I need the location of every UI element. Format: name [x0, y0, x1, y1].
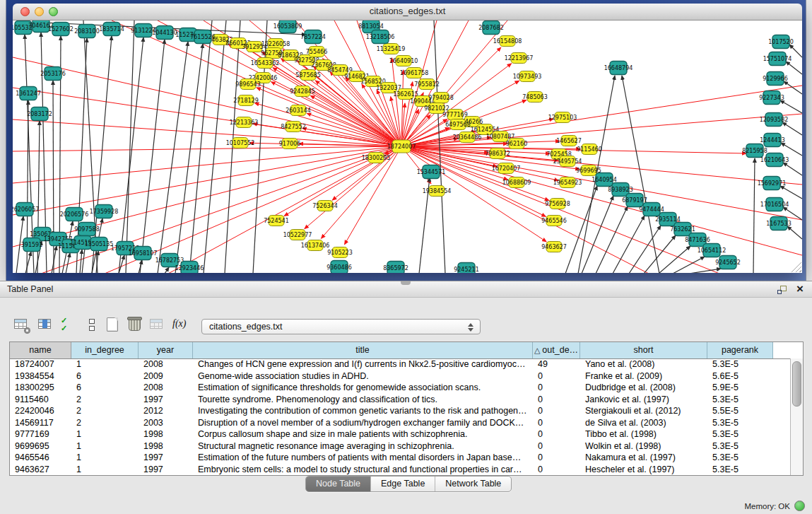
graph-node-teal[interactable]: 15692971	[758, 177, 787, 190]
table-row[interactable]: 946554611997Estimation of the future num…	[10, 452, 791, 464]
table-row[interactable]: 1872400712008Changes of HCN gene express…	[10, 358, 791, 370]
graph-node-teal[interactable]: 2083100	[74, 25, 100, 38]
graph-node-yellow[interactable]: 7986372	[485, 148, 510, 159]
citation-edge-red[interactable]	[401, 146, 802, 255]
graph-node-yellow[interactable]: 9463627	[541, 242, 567, 252]
graph-node-yellow[interactable]: 1465627	[556, 136, 582, 146]
float-panel-icon[interactable]	[777, 286, 787, 294]
close-window-button[interactable]	[20, 7, 30, 16]
network-canvas[interactable]: 1872400774638228660123391295415226058962…	[13, 21, 802, 273]
column-header-year[interactable]: year	[139, 342, 193, 358]
graph-node-teal[interactable]: 1167533	[766, 217, 792, 230]
graph-node-teal[interactable]: 8365972	[383, 262, 408, 274]
citation-edge-black[interactable]	[622, 76, 659, 273]
citation-edge-black[interactable]	[175, 44, 203, 273]
table-row[interactable]: 911546021997Tourette syndrome. Phenomeno…	[10, 394, 791, 406]
citation-edge-black[interactable]	[25, 252, 31, 273]
graph-node-teal[interactable]: 2087682	[478, 21, 504, 35]
new-document-icon[interactable]	[103, 317, 122, 334]
graph-node-teal[interactable]: 26206057	[13, 203, 39, 216]
graph-node-yellow[interactable]: 9105223	[327, 247, 353, 258]
window-titlebar[interactable]: citations_edges.txt	[13, 4, 802, 21]
column-header-in_degree[interactable]: in_degree	[71, 342, 139, 358]
graph-node-yellow[interactable]: 9756928	[545, 199, 570, 209]
graph-node-yellow[interactable]: 10522977	[283, 230, 312, 240]
column-header-short[interactable]: short	[580, 342, 707, 358]
citation-edge-black[interactable]	[119, 37, 143, 273]
citation-edge-black[interactable]	[613, 216, 645, 273]
minimize-window-button[interactable]	[35, 7, 44, 16]
scrollbar-thumb[interactable]	[792, 361, 801, 407]
graph-node-teal[interactable]: 9360486	[326, 261, 352, 274]
graph-node-teal[interactable]: 1244413	[760, 134, 785, 147]
citation-edge-black[interactable]	[787, 226, 802, 239]
graph-node-yellow[interactable]: 962160	[506, 139, 528, 149]
graph-node-yellow[interactable]: 16640910	[389, 56, 418, 66]
graph-node-yellow[interactable]: 10107552	[226, 138, 255, 148]
citation-edge-black[interactable]	[596, 206, 628, 273]
graph-node-yellow[interactable]: 16961758	[400, 68, 429, 78]
column-header-out_de[interactable]: △out_de…	[533, 342, 580, 358]
graph-node-yellow[interactable]: 16137406	[301, 240, 330, 251]
graph-node-teal[interactable]: 9245211	[454, 263, 479, 274]
graph-node-teal[interactable]: 7857224	[300, 30, 326, 44]
tab-node-table[interactable]: Node Table	[306, 477, 371, 491]
fx-icon[interactable]: f(x)	[172, 318, 191, 335]
import-table-icon[interactable]	[148, 317, 167, 334]
table-row[interactable]: 2242004622012Investigating the contribut…	[10, 405, 791, 417]
close-panel-icon[interactable]: ×	[796, 282, 804, 296]
graph-node-teal[interactable]: 16210643	[760, 153, 789, 167]
graph-node-teal[interactable]: 16648794	[604, 62, 633, 75]
graph-node-teal[interactable]: 20206576	[60, 208, 89, 221]
citation-edge-black[interactable]	[753, 158, 755, 273]
graph-node-yellow[interactable]: 2718129	[233, 95, 259, 106]
table-row[interactable]: 977716911998Corpus callosum shape and si…	[10, 428, 791, 440]
graph-node-teal[interactable]: 2083172	[27, 107, 52, 121]
graph-node-yellow[interactable]: 10973493	[513, 71, 542, 82]
citation-edge-black[interactable]	[629, 226, 661, 273]
graph-node-teal[interactable]: 12093582	[760, 113, 789, 127]
graph-node-teal[interactable]: 15751074	[763, 52, 792, 66]
graph-node-teal[interactable]: 9245652	[715, 256, 741, 269]
graph-node-teal[interactable]: 1017520	[768, 35, 794, 49]
citation-edge-black[interactable]	[782, 122, 802, 135]
graph-node-yellow[interactable]: 7524541	[264, 216, 289, 226]
table-scrollbar[interactable]	[790, 358, 803, 475]
table-row[interactable]: 1830029562008Estimation of significance …	[10, 382, 791, 394]
graph-node-yellow[interactable]: 12975103	[548, 112, 577, 123]
citation-edge-red[interactable]	[13, 146, 401, 151]
citation-edge-black[interactable]	[165, 267, 169, 273]
citation-edge-black[interactable]	[783, 163, 802, 175]
graph-node-teal[interactable]: 8215958	[742, 144, 767, 158]
graph-node-yellow[interactable]: 7485063	[522, 92, 548, 103]
citation-edge-black[interactable]	[780, 186, 802, 199]
citation-edge-black[interactable]	[781, 143, 802, 156]
citation-edge-black[interactable]	[204, 21, 226, 273]
citation-edge-black[interactable]	[80, 250, 82, 273]
graph-node-yellow[interactable]: 8427552	[281, 122, 306, 132]
graph-node-yellow[interactable]: 9242845	[290, 86, 315, 97]
graph-node-yellow[interactable]: 2603144	[286, 105, 311, 116]
table-settings-icon[interactable]	[13, 317, 31, 334]
citation-edge-black[interactable]	[66, 253, 70, 273]
citation-edge-black[interactable]	[140, 40, 165, 273]
citation-edge-red[interactable]	[13, 146, 401, 183]
graph-node-yellow[interactable]: 9115460	[577, 144, 602, 155]
graph-node-yellow[interactable]: 755466	[306, 47, 328, 57]
table-select[interactable]: citations_edges.txt	[201, 319, 481, 334]
graph-node-yellow[interactable]: 16154808	[493, 36, 522, 47]
graph-node-yellow[interactable]: 7526344	[312, 201, 338, 211]
column-header-name[interactable]: name	[10, 342, 71, 358]
graph-node-yellow[interactable]: 19384554	[423, 186, 452, 197]
row-height-icon[interactable]	[83, 317, 102, 334]
citation-edge-black[interactable]	[786, 62, 802, 74]
column-header-pagerank[interactable]: pagerank	[707, 342, 773, 358]
citation-edge-black[interactable]	[582, 196, 613, 273]
delete-trash-icon[interactable]	[126, 317, 144, 334]
graph-node-yellow[interactable]: 917006	[279, 139, 301, 149]
table-row[interactable]: 946362711997Embryonic stem cells: a mode…	[10, 464, 791, 476]
citation-edge-black[interactable]	[158, 42, 188, 273]
select-checks-icon[interactable]: ✓✓	[61, 317, 79, 334]
table-row[interactable]: 1456911722003Disruption of a novel membe…	[10, 417, 791, 429]
citation-edge-black[interactable]	[565, 186, 597, 273]
